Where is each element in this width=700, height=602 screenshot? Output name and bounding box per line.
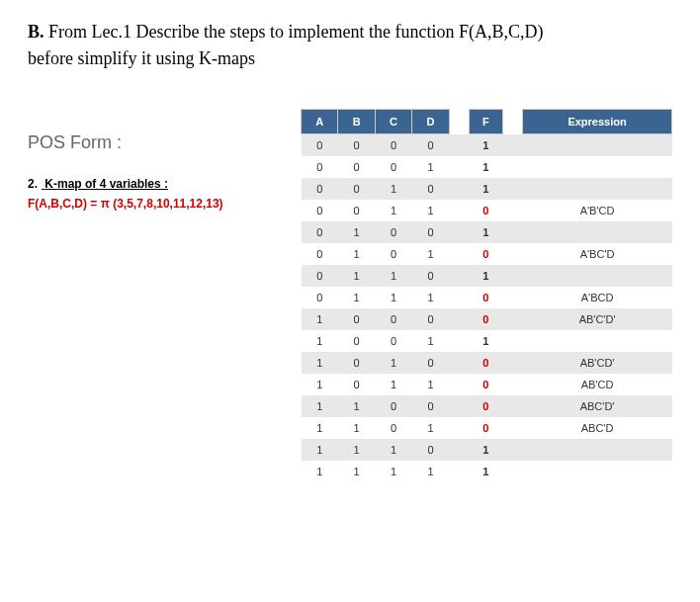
cell-expression: A'BCD: [523, 287, 672, 308]
cell-c: 0: [375, 221, 411, 243]
cell-expression: AB'CD': [523, 352, 672, 374]
cell-d: 1: [412, 200, 449, 221]
cell-d: 1: [412, 243, 449, 265]
cell-b: 0: [338, 134, 375, 157]
cell-a: 0: [302, 178, 338, 200]
cell-b: 1: [338, 221, 375, 243]
cell-spacer: [449, 243, 469, 265]
cell-b: 0: [338, 352, 375, 374]
cell-expression: [523, 330, 672, 352]
cell-a: 0: [302, 221, 338, 243]
cell-a: 0: [302, 265, 338, 287]
cell-f: 0: [469, 243, 503, 265]
cell-a: 1: [302, 395, 338, 417]
cell-d: 1: [412, 417, 449, 439]
cell-b: 0: [338, 200, 375, 221]
table-row: 10100AB'CD': [302, 352, 672, 374]
cell-d: 0: [412, 134, 449, 157]
header-b: B: [338, 110, 375, 134]
cell-spacer: [503, 417, 523, 439]
cell-a: 0: [302, 287, 338, 308]
cell-spacer: [449, 156, 469, 178]
cell-spacer: [503, 461, 523, 482]
cell-expression: A'BC'D: [523, 243, 672, 265]
question-subheading: before simplify it using K-maps: [28, 48, 672, 69]
cell-spacer: [449, 200, 469, 221]
cell-expression: ABC'D: [523, 417, 672, 439]
cell-c: 1: [375, 374, 411, 395]
cell-a: 0: [302, 243, 338, 265]
cell-d: 1: [412, 461, 449, 482]
cell-c: 1: [375, 461, 411, 482]
cell-f: 1: [469, 134, 503, 157]
cell-d: 1: [412, 374, 449, 395]
header-a: A: [302, 110, 338, 134]
cell-b: 0: [338, 374, 375, 395]
kmap-heading: 2. K-map of 4 variables :: [28, 177, 285, 191]
table-row: 10000AB'C'D': [302, 308, 672, 330]
header-expression: Expression: [523, 110, 672, 134]
cell-b: 0: [338, 308, 375, 330]
kmap-label-text: K-map of 4 variables :: [44, 177, 168, 191]
right-column: A B C D F Expression 0000100011001010011…: [301, 109, 672, 482]
table-row: 11010ABC'D: [302, 417, 672, 439]
cell-a: 1: [302, 308, 338, 330]
cell-d: 0: [412, 221, 449, 243]
cell-b: 1: [338, 287, 375, 308]
cell-f: 1: [469, 178, 503, 200]
table-row: 00110A'B'CD: [302, 200, 672, 221]
cell-f: 0: [469, 374, 503, 395]
cell-f: 0: [469, 287, 503, 308]
cell-spacer: [449, 352, 469, 374]
header-d: D: [412, 110, 449, 134]
table-row: 11101: [302, 439, 672, 461]
cell-expression: [523, 134, 672, 157]
cell-spacer: [449, 461, 469, 482]
cell-spacer: [449, 395, 469, 417]
cell-d: 1: [412, 330, 449, 352]
table-row: 01110A'BCD: [302, 287, 672, 308]
cell-b: 1: [338, 439, 375, 461]
cell-b: 1: [338, 461, 375, 482]
cell-b: 1: [338, 417, 375, 439]
cell-a: 1: [302, 330, 338, 352]
table-row: 10110AB'CD: [302, 374, 672, 395]
cell-spacer: [503, 330, 523, 352]
cell-spacer: [503, 265, 523, 287]
cell-c: 0: [375, 330, 411, 352]
cell-spacer: [503, 352, 523, 374]
cell-spacer: [503, 221, 523, 243]
cell-c: 0: [375, 395, 411, 417]
cell-spacer: [449, 374, 469, 395]
cell-d: 0: [412, 439, 449, 461]
cell-c: 0: [375, 243, 411, 265]
heading-text: From Lec.1 Describe the steps to impleme…: [44, 22, 544, 42]
cell-spacer: [449, 134, 469, 157]
content-wrap: POS Form : 2. K-map of 4 variables : F(A…: [28, 109, 672, 482]
cell-b: 1: [338, 243, 375, 265]
cell-c: 1: [375, 178, 411, 200]
heading-prefix: B.: [28, 22, 44, 42]
cell-d: 1: [412, 287, 449, 308]
cell-c: 1: [375, 439, 411, 461]
cell-f: 1: [469, 330, 503, 352]
pos-form-label: POS Form :: [28, 132, 285, 153]
cell-spacer: [503, 200, 523, 221]
cell-f: 0: [469, 352, 503, 374]
kmap-number: 2.: [28, 177, 42, 191]
cell-spacer: [449, 308, 469, 330]
cell-spacer: [449, 265, 469, 287]
cell-b: 0: [338, 156, 375, 178]
cell-expression: [523, 461, 672, 482]
cell-spacer: [503, 287, 523, 308]
cell-d: 0: [412, 395, 449, 417]
cell-f: 0: [469, 308, 503, 330]
cell-spacer: [503, 243, 523, 265]
cell-d: 0: [412, 178, 449, 200]
cell-spacer: [449, 287, 469, 308]
cell-b: 1: [338, 395, 375, 417]
cell-b: 1: [338, 265, 375, 287]
cell-expression: [523, 156, 672, 178]
header-spacer: [449, 110, 469, 134]
header-c: C: [375, 110, 411, 134]
